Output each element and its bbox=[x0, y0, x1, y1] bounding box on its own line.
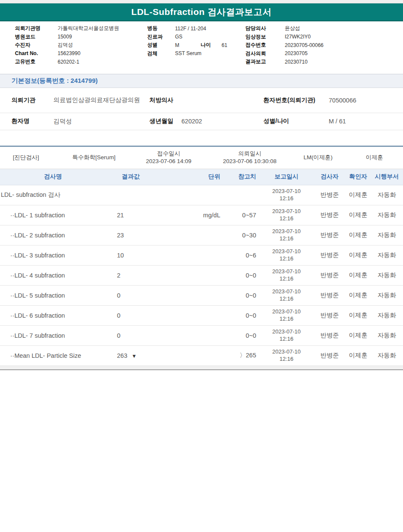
sex-age-value: M / 61 bbox=[329, 118, 403, 125]
test-name: ··LDL- 3 subfraction bbox=[0, 252, 106, 259]
header-field-label: Chart No. bbox=[15, 50, 58, 56]
patient-number-label: 환자번호(의뢰기관) bbox=[263, 96, 329, 104]
header-field: 병동 112F / 11-204 bbox=[147, 24, 245, 33]
reported-time: 12:16 bbox=[260, 255, 313, 263]
tester-name: 반병준 bbox=[313, 251, 346, 259]
result-row: ··LDL- 2 subfraction 23 0~30 2023-07-10 … bbox=[0, 225, 403, 246]
department-name: 자동화 bbox=[371, 191, 403, 199]
header-field-label: 접수번호 bbox=[245, 41, 285, 49]
reported-time: 12:16 bbox=[260, 295, 313, 303]
reported-datetime: 2023-07-10 12:16 bbox=[260, 328, 313, 343]
header-field: 검사의뢰 20230705 bbox=[245, 50, 403, 58]
department-name: 자동화 bbox=[371, 271, 403, 279]
ldl-subfraction-report-page: { "colors":{ "accent":"#067E79","accent-… bbox=[0, 0, 403, 532]
header-field: Chart No. 15623990 bbox=[15, 50, 147, 58]
result-row: ··LDL- 6 subfraction 0 0~0 2023-07-10 12… bbox=[0, 306, 403, 326]
lm-reporter: LM(이제훈) bbox=[290, 154, 346, 161]
col-confirmer: 확인자 bbox=[346, 173, 371, 181]
result-value: 21 bbox=[106, 212, 155, 219]
request-time: 2023-07-06 10:30:08 bbox=[223, 158, 276, 164]
tester-name: 반병준 bbox=[313, 351, 346, 360]
header-field-value: M bbox=[175, 42, 179, 48]
basic-info-row-1: 의뢰기관 의료법인삼광의료재단삼광의원 처방의사 환자번호(의뢰기관) 7050… bbox=[0, 88, 403, 113]
low-flag-icon: ▼ bbox=[131, 353, 137, 359]
reported-date: 2023-07-10 bbox=[260, 348, 313, 356]
reference-range: 0~57 bbox=[224, 212, 260, 219]
age-value: 61 bbox=[222, 42, 227, 48]
header-field-value: I27WK2IY0 bbox=[285, 34, 311, 40]
col-result: 결과값 bbox=[106, 173, 155, 181]
test-name: ··LDL- 1 subfraction bbox=[0, 212, 106, 219]
patient-name-value: 김덕성 bbox=[53, 117, 149, 126]
results-table-header: 검사명 결과값 단위 참고치 보고일시 검사자 확인자 시행부서 bbox=[0, 169, 403, 185]
table-footer-strip bbox=[0, 366, 403, 370]
tester-name: 반병준 bbox=[313, 291, 346, 299]
result-number: 21 bbox=[117, 212, 124, 219]
receipt-label: 접수일시 bbox=[157, 150, 180, 157]
header-field: 진료과 GS bbox=[147, 33, 245, 41]
result-value: 0 bbox=[106, 312, 155, 319]
header-field-label: 검사의뢰 bbox=[245, 50, 285, 57]
result-row: ··Mean LDL- Particle Size 263 ▼ 〉265 202… bbox=[0, 346, 403, 366]
header-field: 수진자 김덕성 bbox=[15, 41, 147, 50]
header-field-value: 112F / 11-204 bbox=[175, 26, 206, 32]
section-meta-row: [진단검사] 특수화학[Serum] 접수일시 2023-07-06 14:09… bbox=[0, 147, 403, 169]
reported-date: 2023-07-10 bbox=[260, 208, 313, 215]
top-strip bbox=[0, 0, 403, 3]
reported-time: 12:16 bbox=[260, 235, 313, 243]
result-number: 10 bbox=[117, 252, 124, 259]
test-name: ··LDL- 5 subfraction bbox=[0, 292, 106, 299]
requesting-org-value: 의료법인삼광의료재단삼광의원 bbox=[53, 96, 142, 105]
header-field: 성별 M 나이 61 bbox=[147, 41, 245, 50]
header-field-label: 병동 bbox=[147, 25, 175, 32]
test-name: ··LDL- 4 subfraction bbox=[0, 272, 106, 279]
department-name: 자동화 bbox=[371, 311, 403, 319]
confirmer-name: 이제훈 bbox=[346, 251, 371, 259]
header-field-value: 20230705 bbox=[285, 50, 307, 56]
reported-datetime: 2023-07-10 12:16 bbox=[260, 228, 313, 243]
age-label: 나이 bbox=[201, 41, 211, 49]
reported-date: 2023-07-10 bbox=[260, 188, 313, 195]
header-field-value: 가톨릭대학교서울성모병원 bbox=[58, 25, 119, 32]
request-label: 의뢰일시 bbox=[238, 150, 261, 157]
basic-info-title: 기본정보(등록번호 : 2414799) bbox=[12, 77, 98, 85]
results-table-body: LDL- subfraction 검사 2023-07-10 12:16 반병준… bbox=[0, 185, 403, 366]
confirmer-name: 이제훈 bbox=[346, 351, 371, 360]
confirmer-name: 이제훈 bbox=[346, 291, 371, 299]
birthdate-label: 생년월일 bbox=[149, 117, 181, 125]
header-field-value: 윤상섭 bbox=[285, 25, 300, 32]
header-field: 병원코드 15009 bbox=[15, 33, 147, 41]
reported-date: 2023-07-10 bbox=[260, 328, 313, 336]
confirmer-name: 이제훈 bbox=[346, 331, 371, 339]
result-value: 0 bbox=[106, 292, 155, 299]
col-tester: 검사자 bbox=[313, 173, 346, 181]
result-value: 263 ▼ bbox=[106, 352, 155, 359]
patient-number-value: 70500066 bbox=[329, 97, 403, 104]
header-field-value: 20230705-00066 bbox=[285, 42, 324, 48]
header-field: 접수번호 20230705-00066 bbox=[245, 41, 403, 50]
header-field: 임상정보 I27WK2IY0 bbox=[245, 33, 403, 41]
unit-value: mg/dL bbox=[155, 212, 224, 219]
header-field-label: 수진자 bbox=[15, 41, 58, 49]
header-column-left: 의뢰기관명 가톨릭대학교서울성모병원 병원코드 15009 수진자 김덕성 Ch… bbox=[15, 24, 147, 66]
reported-time: 12:16 bbox=[260, 275, 313, 283]
confirmer-name: 이제훈 bbox=[346, 211, 371, 219]
result-row: LDL- subfraction 검사 2023-07-10 12:16 반병준… bbox=[0, 185, 403, 205]
result-number: 2 bbox=[117, 272, 120, 279]
test-name: ··LDL- 2 subfraction bbox=[0, 232, 106, 239]
header-field-label: 의뢰기관명 bbox=[15, 25, 58, 32]
department-name: 자동화 bbox=[371, 291, 403, 299]
birthdate-value: 620202 bbox=[181, 118, 263, 125]
reported-datetime: 2023-07-10 12:16 bbox=[260, 348, 313, 363]
reported-datetime: 2023-07-10 12:16 bbox=[260, 268, 313, 283]
department-name: 자동화 bbox=[371, 331, 403, 339]
reported-date: 2023-07-10 bbox=[260, 268, 313, 275]
result-number: 0 bbox=[117, 292, 120, 299]
report-title: LDL-Subfraction 검사결과보고서 bbox=[131, 6, 272, 18]
result-value: 0 bbox=[106, 332, 155, 339]
receipt-datetime: 접수일시 2023-07-06 14:09 bbox=[128, 150, 209, 165]
reference-range: 0~0 bbox=[224, 332, 260, 339]
reported-time: 12:16 bbox=[260, 336, 313, 343]
tester-name: 반병준 bbox=[313, 331, 346, 339]
header-field-label: 진료과 bbox=[147, 33, 175, 41]
